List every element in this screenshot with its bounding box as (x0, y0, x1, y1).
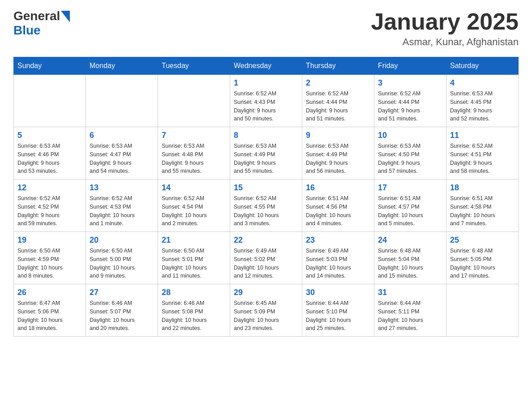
day-info: Sunrise: 6:48 AM Sunset: 5:04 PM Dayligh… (378, 247, 442, 280)
day-info: Sunrise: 6:44 AM Sunset: 5:10 PM Dayligh… (306, 299, 370, 333)
day-info: Sunrise: 6:52 AM Sunset: 4:54 PM Dayligh… (162, 194, 226, 228)
calendar-cell (86, 75, 158, 127)
calendar-cell: 14Sunrise: 6:52 AM Sunset: 4:54 PM Dayli… (158, 180, 230, 232)
weekday-header-sunday: Sunday (14, 57, 86, 75)
weekday-header-saturday: Saturday (446, 57, 519, 75)
day-info: Sunrise: 6:50 AM Sunset: 5:01 PM Dayligh… (162, 247, 226, 280)
day-number: 4 (450, 78, 515, 88)
calendar-cell: 13Sunrise: 6:52 AM Sunset: 4:53 PM Dayli… (86, 180, 158, 232)
day-number: 6 (90, 131, 154, 140)
day-number: 22 (234, 235, 298, 245)
day-number: 25 (450, 235, 515, 245)
calendar-week-row: 1Sunrise: 6:52 AM Sunset: 4:43 PM Daylig… (14, 75, 519, 127)
day-number: 29 (234, 288, 298, 297)
day-info: Sunrise: 6:44 AM Sunset: 5:11 PM Dayligh… (378, 299, 442, 333)
day-info: Sunrise: 6:52 AM Sunset: 4:44 PM Dayligh… (378, 90, 442, 123)
calendar-cell: 16Sunrise: 6:51 AM Sunset: 4:56 PM Dayli… (302, 180, 374, 232)
calendar-cell: 24Sunrise: 6:48 AM Sunset: 5:04 PM Dayli… (374, 232, 446, 284)
day-info: Sunrise: 6:53 AM Sunset: 4:48 PM Dayligh… (162, 142, 226, 176)
page-header: General Blue January 2025 Asmar, Kunar, … (13, 9, 519, 48)
calendar-cell: 8Sunrise: 6:53 AM Sunset: 4:49 PM Daylig… (230, 127, 302, 180)
weekday-header-row: SundayMondayTuesdayWednesdayThursdayFrid… (14, 57, 519, 75)
svg-marker-0 (61, 11, 70, 22)
day-info: Sunrise: 6:51 AM Sunset: 4:56 PM Dayligh… (306, 194, 370, 228)
calendar-cell: 5Sunrise: 6:53 AM Sunset: 4:46 PM Daylig… (14, 127, 86, 180)
calendar-cell: 17Sunrise: 6:51 AM Sunset: 4:57 PM Dayli… (374, 180, 446, 232)
day-number: 10 (378, 131, 442, 140)
calendar-cell: 21Sunrise: 6:50 AM Sunset: 5:01 PM Dayli… (158, 232, 230, 284)
day-number: 17 (378, 183, 442, 193)
calendar-cell: 6Sunrise: 6:53 AM Sunset: 4:47 PM Daylig… (86, 127, 158, 180)
calendar-cell: 28Sunrise: 6:46 AM Sunset: 5:08 PM Dayli… (158, 284, 230, 337)
day-number: 27 (90, 288, 154, 297)
weekday-header-monday: Monday (86, 57, 158, 75)
calendar-cell: 15Sunrise: 6:52 AM Sunset: 4:55 PM Dayli… (230, 180, 302, 232)
logo-blue-text: Blue (13, 23, 41, 37)
day-info: Sunrise: 6:46 AM Sunset: 5:08 PM Dayligh… (162, 299, 226, 333)
day-info: Sunrise: 6:50 AM Sunset: 4:59 PM Dayligh… (17, 247, 82, 280)
day-info: Sunrise: 6:52 AM Sunset: 4:51 PM Dayligh… (450, 142, 515, 176)
day-info: Sunrise: 6:53 AM Sunset: 4:47 PM Dayligh… (90, 142, 154, 176)
day-info: Sunrise: 6:47 AM Sunset: 5:06 PM Dayligh… (17, 299, 82, 333)
calendar-cell: 18Sunrise: 6:51 AM Sunset: 4:58 PM Dayli… (446, 180, 519, 232)
day-number: 24 (378, 235, 442, 245)
day-number: 12 (17, 183, 82, 193)
calendar-cell: 29Sunrise: 6:45 AM Sunset: 5:09 PM Dayli… (230, 284, 302, 337)
day-number: 7 (162, 131, 226, 140)
day-info: Sunrise: 6:46 AM Sunset: 5:07 PM Dayligh… (90, 299, 154, 333)
calendar-cell: 10Sunrise: 6:53 AM Sunset: 4:50 PM Dayli… (374, 127, 446, 180)
day-info: Sunrise: 6:53 AM Sunset: 4:49 PM Dayligh… (306, 142, 370, 176)
day-number: 9 (306, 131, 370, 140)
day-number: 8 (234, 131, 298, 140)
calendar-cell: 11Sunrise: 6:52 AM Sunset: 4:51 PM Dayli… (446, 127, 519, 180)
day-number: 31 (378, 288, 442, 297)
calendar-cell: 12Sunrise: 6:52 AM Sunset: 4:52 PM Dayli… (14, 180, 86, 232)
calendar-cell: 19Sunrise: 6:50 AM Sunset: 4:59 PM Dayli… (14, 232, 86, 284)
day-number: 15 (234, 183, 298, 193)
day-info: Sunrise: 6:51 AM Sunset: 4:58 PM Dayligh… (450, 194, 515, 228)
day-number: 28 (162, 288, 226, 297)
calendar-week-row: 5Sunrise: 6:53 AM Sunset: 4:46 PM Daylig… (14, 127, 519, 180)
calendar-cell: 31Sunrise: 6:44 AM Sunset: 5:11 PM Dayli… (374, 284, 446, 337)
day-number: 18 (450, 183, 515, 193)
calendar-cell (14, 75, 86, 127)
weekday-header-wednesday: Wednesday (230, 57, 302, 75)
day-number: 19 (17, 235, 82, 245)
day-number: 14 (162, 183, 226, 193)
logo-triangle-icon (61, 11, 70, 22)
calendar-cell: 2Sunrise: 6:52 AM Sunset: 4:44 PM Daylig… (302, 75, 374, 127)
calendar-cell: 25Sunrise: 6:48 AM Sunset: 5:05 PM Dayli… (446, 232, 519, 284)
calendar-cell: 20Sunrise: 6:50 AM Sunset: 5:00 PM Dayli… (86, 232, 158, 284)
day-info: Sunrise: 6:51 AM Sunset: 4:57 PM Dayligh… (378, 194, 442, 228)
calendar-cell: 3Sunrise: 6:52 AM Sunset: 4:44 PM Daylig… (374, 75, 446, 127)
day-info: Sunrise: 6:53 AM Sunset: 4:49 PM Dayligh… (234, 142, 298, 176)
day-info: Sunrise: 6:52 AM Sunset: 4:43 PM Dayligh… (234, 90, 298, 123)
day-info: Sunrise: 6:50 AM Sunset: 5:00 PM Dayligh… (90, 247, 154, 280)
day-number: 3 (378, 78, 442, 88)
calendar-cell: 22Sunrise: 6:49 AM Sunset: 5:02 PM Dayli… (230, 232, 302, 284)
month-title: January 2025 (371, 9, 519, 34)
calendar-cell (158, 75, 230, 127)
day-number: 16 (306, 183, 370, 193)
calendar-week-row: 12Sunrise: 6:52 AM Sunset: 4:52 PM Dayli… (14, 180, 519, 232)
day-number: 13 (90, 183, 154, 193)
day-info: Sunrise: 6:52 AM Sunset: 4:55 PM Dayligh… (234, 194, 298, 228)
day-info: Sunrise: 6:49 AM Sunset: 5:02 PM Dayligh… (234, 247, 298, 280)
weekday-header-friday: Friday (374, 57, 446, 75)
day-number: 23 (306, 235, 370, 245)
day-number: 11 (450, 131, 515, 140)
calendar-cell: 27Sunrise: 6:46 AM Sunset: 5:07 PM Dayli… (86, 284, 158, 337)
location-title: Asmar, Kunar, Afghanistan (371, 36, 519, 48)
weekday-header-tuesday: Tuesday (158, 57, 230, 75)
calendar-cell: 26Sunrise: 6:47 AM Sunset: 5:06 PM Dayli… (14, 284, 86, 337)
day-number: 21 (162, 235, 226, 245)
calendar-cell: 1Sunrise: 6:52 AM Sunset: 4:43 PM Daylig… (230, 75, 302, 127)
day-number: 1 (234, 78, 298, 88)
day-info: Sunrise: 6:53 AM Sunset: 4:45 PM Dayligh… (450, 90, 515, 123)
calendar-cell: 7Sunrise: 6:53 AM Sunset: 4:48 PM Daylig… (158, 127, 230, 180)
title-block: January 2025 Asmar, Kunar, Afghanistan (371, 9, 519, 48)
day-info: Sunrise: 6:52 AM Sunset: 4:53 PM Dayligh… (90, 194, 154, 228)
calendar-table: SundayMondayTuesdayWednesdayThursdayFrid… (13, 57, 519, 337)
day-info: Sunrise: 6:48 AM Sunset: 5:05 PM Dayligh… (450, 247, 515, 280)
day-info: Sunrise: 6:45 AM Sunset: 5:09 PM Dayligh… (234, 299, 298, 333)
